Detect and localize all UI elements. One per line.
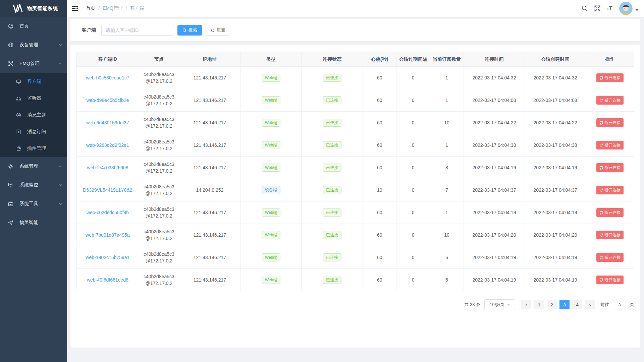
client-id-link[interactable]: web-fe4c033bf6608 bbox=[87, 165, 128, 170]
cell-status: 已连接 bbox=[302, 269, 363, 291]
plugin-icon bbox=[16, 146, 21, 151]
disconnect-button[interactable]: 断开连接 bbox=[596, 253, 624, 262]
page-button-1[interactable]: 1 bbox=[534, 300, 544, 309]
reset-button[interactable]: 重置 bbox=[206, 25, 230, 36]
disconnect-button[interactable]: 断开连接 bbox=[596, 118, 624, 127]
cell-created-at: 2022-03-17 04:04:38 bbox=[525, 134, 586, 157]
disconnect-button[interactable]: 断开连接 bbox=[596, 231, 624, 239]
cell-subscriptions: 10 bbox=[430, 112, 464, 134]
cell-client-id: web-b0c580ecae1c7 bbox=[76, 67, 139, 89]
client-id-link[interactable]: web-d98e45b5cfb2e bbox=[86, 98, 129, 103]
page-size-select[interactable]: 10条/页 bbox=[484, 299, 515, 310]
disconnect-button[interactable]: 断开连接 bbox=[596, 276, 624, 284]
client-id-link[interactable]: web-1902c15b759a1 bbox=[86, 255, 129, 260]
font-size-icon[interactable]: TT bbox=[607, 6, 612, 11]
cell-connected-at: 2022-03-17 04:04:19 bbox=[464, 269, 525, 291]
col-client-id: 客户端ID bbox=[76, 52, 139, 67]
sidebar-item-subscriptions[interactable]: 消息订阅 bbox=[0, 123, 67, 140]
cell-subscriptions: 1 bbox=[430, 89, 464, 112]
chevron-up-icon bbox=[58, 62, 62, 66]
cell-heartbeat: 60 bbox=[363, 157, 396, 179]
client-id-link[interactable]: web-40f6df661eed8 bbox=[87, 277, 128, 283]
client-id-input[interactable] bbox=[101, 25, 174, 36]
client-id-link[interactable]: web-c02dedc550f9b bbox=[87, 210, 129, 215]
sidebar-item-listeners[interactable]: 监听器 bbox=[0, 90, 67, 107]
cell-actions: 断开连接 bbox=[586, 89, 634, 112]
client-id-link[interactable]: D6329VL54419L1Y0&2 bbox=[83, 187, 132, 193]
client-id-link[interactable]: web-b0c580ecae1c7 bbox=[86, 75, 129, 80]
breadcrumb-home[interactable]: 首页 bbox=[86, 5, 95, 11]
clients-table-card: 客户端ID 节点 IP地址 类型 连接状态 心跳(秒) 会话过期间隔 当前订阅数… bbox=[70, 45, 640, 348]
sidebar-item-devices[interactable]: 设备管理 bbox=[0, 36, 67, 54]
disconnect-button[interactable]: 断开连接 bbox=[596, 163, 624, 172]
sidebar-item-home[interactable]: 首页 bbox=[0, 17, 67, 36]
sidebar-item-clients[interactable]: 客户端 bbox=[0, 73, 67, 90]
cell-expiry: 0 bbox=[396, 67, 430, 89]
sidebar-item-topics[interactable]: 消息主题 bbox=[0, 107, 67, 123]
cell-status: 已连接 bbox=[302, 246, 363, 269]
fullscreen-icon[interactable] bbox=[594, 5, 601, 12]
cell-connected-at: 2022-03-17 04:04:38 bbox=[464, 134, 525, 157]
cell-subscriptions: 10 bbox=[430, 224, 464, 246]
user-menu[interactable] bbox=[619, 2, 639, 15]
type-tag: Web端 bbox=[262, 276, 280, 284]
unlink-icon bbox=[599, 278, 603, 282]
sidebar-item-label: 客户端 bbox=[27, 78, 41, 84]
cell-subscriptions: 1 bbox=[430, 134, 464, 157]
sidebar-item-label: 系统工具 bbox=[19, 201, 58, 207]
cell-created-at: 2022-03-17 04:04:20 bbox=[525, 224, 586, 246]
status-tag: 已连接 bbox=[323, 96, 341, 104]
search-field-label: 客户端 bbox=[82, 27, 96, 33]
goto-page-input[interactable] bbox=[612, 300, 627, 309]
cell-node: c40b2d8ea5c3@172.17.0.2 bbox=[139, 179, 179, 201]
status-tag: 已连接 bbox=[323, 186, 341, 194]
cell-heartbeat: 60 bbox=[363, 246, 396, 269]
sidebar-item-system-tools[interactable]: 系统工具 bbox=[0, 194, 67, 213]
col-expiry: 会话过期间隔 bbox=[396, 52, 430, 67]
chevron-down-icon bbox=[635, 9, 639, 11]
pagination: 共 33 条 10条/页 ‹ 1234 › 前往 页 bbox=[76, 299, 634, 310]
cell-type: Web端 bbox=[240, 112, 302, 134]
type-tag: Web端 bbox=[262, 96, 280, 104]
sidebar-item-plugins[interactable]: 插件管理 bbox=[0, 140, 67, 157]
disconnect-button[interactable]: 断开连接 bbox=[596, 141, 624, 149]
cell-client-id: web-7bd01d87a495a bbox=[76, 224, 139, 246]
sidebar-item-wumei[interactable]: 物美智能 bbox=[0, 213, 67, 232]
disconnect-button[interactable]: 断开连接 bbox=[596, 208, 624, 217]
search-icon[interactable] bbox=[581, 5, 588, 12]
cell-heartbeat: 60 bbox=[363, 134, 396, 157]
client-id-link[interactable]: web-7bd01d87a495a bbox=[86, 232, 130, 238]
sidebar-item-system-admin[interactable]: 系统管理 bbox=[0, 157, 67, 176]
status-tag: 已连接 bbox=[323, 276, 341, 284]
next-page-button[interactable]: › bbox=[585, 300, 595, 309]
breadcrumb-current: 客户端 bbox=[130, 5, 144, 11]
collapse-sidebar-icon[interactable] bbox=[72, 5, 78, 12]
cell-ip: 121.43.146.217 bbox=[179, 246, 241, 269]
page-button-2[interactable]: 2 bbox=[547, 300, 557, 309]
client-id-link[interactable]: web-9263d2d9f02e1 bbox=[86, 142, 129, 148]
disconnect-button[interactable]: 断开连接 bbox=[596, 186, 624, 194]
status-tag: 已连接 bbox=[323, 253, 341, 261]
status-tag: 已连接 bbox=[323, 74, 341, 82]
app-logo[interactable]: 物美智能系统 bbox=[0, 0, 67, 17]
top-navbar: 首页 / EMQ管理 / 客户端 TT bbox=[67, 0, 644, 17]
disconnect-button[interactable]: 断开连接 bbox=[596, 73, 624, 82]
page-button-4[interactable]: 4 bbox=[572, 300, 582, 309]
sidebar-item-system-monitor[interactable]: 系统监控 bbox=[0, 176, 67, 194]
col-created-at: 会话创建时间 bbox=[525, 52, 586, 67]
client-id-link[interactable]: web-6d430159def37 bbox=[86, 120, 129, 125]
subscribe-icon bbox=[16, 129, 21, 134]
avatar[interactable] bbox=[619, 2, 633, 15]
cell-actions: 断开连接 bbox=[586, 246, 634, 269]
prev-page-button[interactable]: ‹ bbox=[521, 300, 531, 309]
page-button-3[interactable]: 3 bbox=[559, 300, 570, 309]
sidebar-item-label: 系统管理 bbox=[19, 163, 58, 169]
cell-expiry: 0 bbox=[396, 224, 430, 246]
disconnect-button[interactable]: 断开连接 bbox=[596, 96, 624, 105]
devices-icon bbox=[8, 42, 13, 48]
sidebar-item-emq[interactable]: EMQ管理 bbox=[0, 54, 67, 73]
search-button[interactable]: 搜索 bbox=[177, 25, 202, 36]
cell-node: c40b2d8ea5c3@172.17.0.2 bbox=[139, 201, 179, 224]
cell-created-at: 2022-03-17 04:04:22 bbox=[525, 112, 586, 134]
cell-connected-at: 2022-03-17 04:04:08 bbox=[464, 89, 525, 112]
